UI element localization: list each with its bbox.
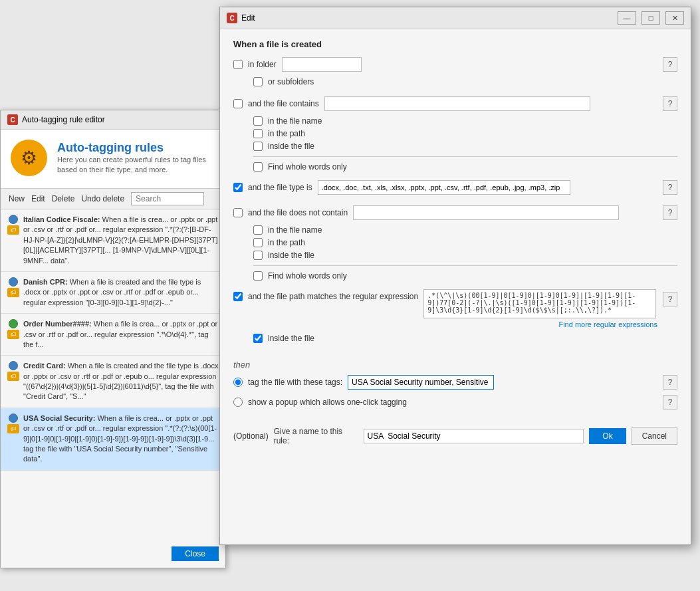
tag-icon: 🏷 — [7, 424, 19, 433]
new-button[interactable]: New — [6, 193, 27, 205]
rule-name-row: (Optional) Give a name to this rule: Ok … — [233, 427, 677, 445]
tag-icon: 🏷 — [7, 288, 19, 297]
not-in-path-row: in the path — [253, 238, 677, 247]
popup-label: show a popup which allows one-click tagg… — [248, 398, 407, 407]
not-in-file-name-row: in the file name — [253, 225, 677, 235]
regex-help-button[interactable]: ? — [663, 292, 677, 306]
rule-name-input[interactable] — [364, 429, 584, 443]
find-whole-words-row-1: Find whole words only — [253, 162, 677, 172]
not-inside-file-row: inside the file — [253, 251, 677, 260]
list-item[interactable]: 🏷 Danish CPR: When a file is created and… — [1, 272, 225, 314]
file-type-row: and the file type is ? — [233, 180, 677, 195]
or-subfolders-label: or subfolders — [268, 77, 314, 86]
not-inside-file-checkbox[interactable] — [253, 251, 263, 260]
tag-radio[interactable] — [233, 378, 243, 387]
tag-label: tag the file with these tags: — [248, 378, 342, 387]
status-dot-blue — [9, 414, 18, 423]
then-label: then — [233, 360, 677, 370]
close-button[interactable]: Close — [172, 546, 219, 561]
find-whole-words-row-2: Find whole words only — [253, 271, 677, 281]
file-contains-input[interactable] — [324, 96, 590, 111]
file-type-help-button[interactable]: ? — [663, 180, 677, 195]
popup-row: show a popup which allows one-click tagg… — [233, 395, 677, 410]
find-whole-words-label-1: Find whole words only — [268, 162, 347, 172]
in-file-name-checkbox-1[interactable] — [253, 116, 263, 126]
list-item[interactable]: 🏷 USA Social Security: When a file is cr… — [1, 408, 225, 471]
tag-icon: 🏷 — [7, 225, 19, 235]
list-item[interactable]: 🏷 Order Number####: When a file is crea.… — [1, 314, 225, 356]
rule-title: Italian Codice Fiscale: — [23, 215, 102, 223]
file-type-label: and the file type is — [248, 183, 312, 192]
rule-title: Order Number####: — [23, 320, 94, 328]
find-more-link[interactable]: Find more regular expressions — [423, 320, 657, 328]
not-in-path-checkbox[interactable] — [253, 238, 263, 247]
file-contains-help-button[interactable]: ? — [663, 96, 677, 111]
dialog-content: When a file is created in folder ? or su… — [220, 29, 691, 543]
in-folder-checkbox[interactable] — [233, 60, 243, 69]
find-whole-words-checkbox-2[interactable] — [253, 271, 263, 281]
in-folder-label: in folder — [248, 60, 277, 69]
regex-inside-row: inside the file — [253, 334, 677, 343]
edit-button[interactable]: Edit — [29, 193, 48, 205]
optional-prefix: (Optional) — [233, 431, 269, 441]
file-contains-row: and the file contains ? — [233, 96, 677, 111]
in-folder-row: in folder ? — [233, 57, 677, 72]
list-item[interactable]: 🏷 Italian Codice Fiscale: When a file is… — [1, 209, 225, 272]
popup-help-button[interactable]: ? — [663, 395, 677, 410]
not-in-file-name-checkbox[interactable] — [253, 225, 263, 235]
regex-input[interactable]: .*(\^\|\s)(00[1-9]|0[1-9]0|[1-9]0[1-9]|[… — [423, 289, 656, 318]
gear-icon: ⚙ — [11, 140, 47, 176]
in-path-row: in the path — [253, 129, 677, 138]
bg-window-title: Auto-tagging rule editor — [22, 115, 105, 124]
ok-button[interactable]: Ok — [589, 428, 626, 444]
bg-app-icon: C — [7, 114, 18, 125]
or-subfolders-checkbox[interactable] — [253, 77, 263, 86]
regex-inside-checkbox[interactable] — [253, 334, 263, 343]
minimize-button[interactable]: — — [618, 11, 636, 25]
regex-label: and the file path matches the regular ex… — [248, 292, 418, 301]
not-contain-help-button[interactable]: ? — [663, 205, 677, 220]
status-dot-blue — [9, 361, 18, 370]
status-dot-green — [9, 319, 18, 328]
tag-file-row: tag the file with these tags: ? — [233, 375, 677, 390]
bg-header-desc: Here you can create powerful rules to ta… — [57, 155, 215, 176]
not-inside-file-label: inside the file — [268, 251, 314, 260]
window-controls: — □ ✕ — [618, 11, 684, 25]
not-in-path-label: in the path — [268, 238, 305, 247]
list-item[interactable]: 🏷 Credit Card: When a file is created an… — [1, 356, 225, 408]
rule-title: Danish CPR: — [23, 278, 70, 286]
maximize-button[interactable]: □ — [642, 11, 660, 25]
bg-header: ⚙ Auto-tagging rules Here you can create… — [1, 130, 225, 188]
close-dialog-button[interactable]: ✕ — [665, 11, 684, 25]
not-contain-input[interactable] — [353, 205, 619, 220]
dialog-titlebar: C Edit — □ ✕ — [220, 7, 691, 29]
undo-delete-button[interactable]: Undo delete — [78, 193, 127, 205]
not-in-file-name-label: in the file name — [268, 225, 322, 235]
rule-name-label: Give a name to this rule: — [274, 427, 358, 445]
cancel-button[interactable]: Cancel — [632, 427, 677, 445]
regex-checkbox[interactable] — [233, 292, 243, 301]
tags-help-button[interactable]: ? — [663, 375, 677, 390]
search-input[interactable] — [131, 192, 204, 205]
in-folder-help-button[interactable]: ? — [663, 57, 677, 72]
not-contain-label: and the file does not contain — [248, 208, 348, 217]
in-path-checkbox-1[interactable] — [253, 129, 263, 138]
regex-row: and the file path matches the regular ex… — [233, 289, 677, 328]
not-contain-checkbox[interactable] — [233, 208, 243, 217]
status-dot-blue — [9, 277, 18, 287]
file-contains-label: and the file contains — [248, 99, 319, 108]
bg-window: C Auto-tagging rule editor ⚙ Auto-taggin… — [0, 110, 226, 568]
bg-toolbar: New Edit Delete Undo delete — [1, 188, 225, 209]
tags-input[interactable] — [348, 375, 494, 390]
find-whole-words-checkbox-1[interactable] — [253, 162, 263, 172]
delete-button[interactable]: Delete — [49, 193, 78, 205]
file-contains-checkbox[interactable] — [233, 99, 243, 108]
status-dot-blue — [9, 215, 18, 224]
not-contain-row: and the file does not contain ? — [233, 205, 677, 220]
rule-title: USA Social Security: — [23, 414, 97, 422]
file-types-input[interactable] — [318, 180, 570, 195]
folder-path-input[interactable] — [282, 57, 362, 72]
file-type-checkbox[interactable] — [233, 183, 243, 192]
popup-radio[interactable] — [233, 398, 243, 407]
inside-file-checkbox-1[interactable] — [253, 142, 263, 151]
